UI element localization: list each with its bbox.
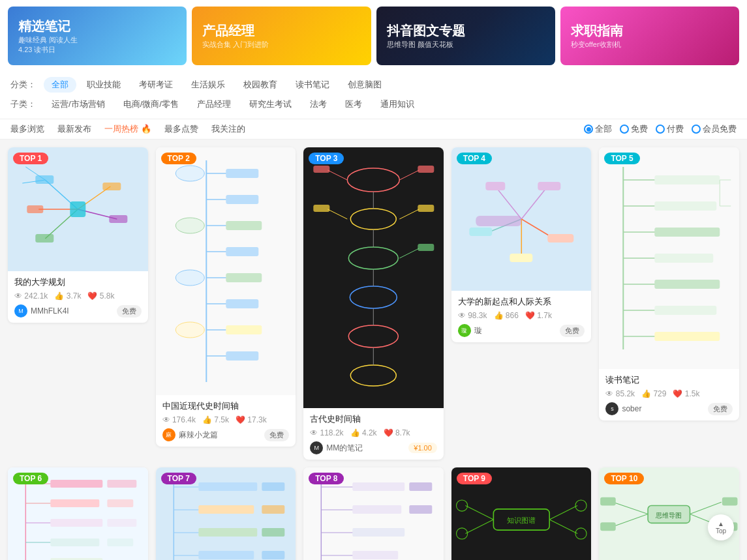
- subfilter-ecommerce[interactable]: 电商/微商/零售: [115, 96, 187, 112]
- card-4-likes: 👍 866: [494, 311, 519, 320]
- svg-rect-122: [262, 482, 284, 491]
- card-2-image: TOP 2: [156, 147, 296, 395]
- sort-most-liked[interactable]: 最多点赞: [164, 123, 198, 135]
- svg-line-151: [690, 502, 722, 514]
- rank-badge-8: TOP 8: [309, 473, 344, 484]
- card-top-3[interactable]: TOP 3: [303, 147, 444, 460]
- subfilter-general[interactable]: 通用知识: [373, 96, 422, 112]
- radio-all[interactable]: 全部: [584, 123, 612, 135]
- svg-line-56: [521, 186, 547, 219]
- rank-badge-7: TOP 7: [161, 473, 196, 484]
- mindmap-svg-2: [156, 147, 296, 395]
- subfilter-pm[interactable]: 产品经理: [189, 96, 239, 112]
- svg-rect-132: [352, 505, 401, 514]
- card-1-title: 我的大学规划: [14, 276, 142, 288]
- card-4-stats: 👁 98.3k 👍 866 ❤️ 1.7k: [458, 311, 585, 320]
- banner-4[interactable]: 求职指南 秒变offer收割机: [560, 7, 739, 65]
- svg-rect-25: [226, 247, 258, 256]
- svg-rect-63: [469, 228, 492, 236]
- card-8-image: TOP 8: [303, 467, 444, 560]
- card-1-author-name: MMhFLK4I: [31, 306, 69, 316]
- svg-rect-80: [655, 332, 720, 341]
- card-top-6[interactable]: TOP 6: [8, 467, 148, 560]
- price-filter: 全部 免费 付费 会员免费: [584, 123, 737, 135]
- svg-rect-78: [655, 280, 720, 289]
- card-3-saves: ❤️ 8.7k: [384, 428, 410, 437]
- svg-rect-53: [313, 166, 329, 173]
- card-5-stats: 👁 85.2k 👍 729 ❤️ 1.5k: [605, 389, 733, 398]
- radio-paid[interactable]: 付费: [656, 123, 684, 135]
- svg-rect-54: [313, 205, 329, 212]
- sort-latest[interactable]: 最新发布: [57, 123, 91, 135]
- filter-reading[interactable]: 读书笔记: [288, 77, 337, 93]
- sort-weekly-hot[interactable]: 一周热榜 🔥: [104, 123, 151, 135]
- svg-rect-64: [547, 234, 573, 243]
- card-top-8[interactable]: TOP 8 学习笔记: [303, 467, 444, 560]
- sort-most-viewed[interactable]: 最多浏览: [10, 123, 44, 135]
- scroll-to-top-button[interactable]: ▲ Top: [708, 514, 734, 540]
- subfilter-graduate[interactable]: 研究生考试: [241, 96, 299, 112]
- svg-rect-10: [35, 234, 53, 243]
- subfilter-law[interactable]: 法考: [302, 96, 335, 112]
- svg-rect-28: [226, 325, 262, 334]
- filter-creative[interactable]: 创意脑图: [340, 77, 389, 93]
- card-5-saves: ❤️ 1.5k: [673, 389, 699, 398]
- filter-skill[interactable]: 职业技能: [79, 77, 129, 93]
- card-5-avatar: s: [605, 402, 618, 415]
- filter-education[interactable]: 校园教育: [236, 77, 285, 93]
- card-4-author: 璇 璇: [458, 324, 482, 337]
- banner-4-text: 求职指南 秒变offer收割机: [571, 22, 623, 50]
- rank-badge-1: TOP 1: [13, 153, 48, 164]
- card-3-views: 👁 118.2k: [310, 428, 343, 437]
- card-1-saves: ❤️ 5.8k: [87, 291, 114, 301]
- card-4-price: 免费: [560, 325, 585, 337]
- banner-1[interactable]: 精选笔记 趣味经典 阅读人生 4.23 读书日: [8, 7, 187, 65]
- svg-rect-77: [655, 254, 714, 263]
- radio-member-free[interactable]: 会员免费: [692, 123, 737, 135]
- filter-entertainment[interactable]: 生活娱乐: [183, 77, 233, 93]
- card-top-2[interactable]: TOP 2: [156, 147, 296, 447]
- rank-badge-2: TOP 2: [161, 153, 196, 164]
- filter-all[interactable]: 全部: [44, 77, 76, 93]
- mindmap-svg-5: [599, 147, 739, 369]
- card-1-views: 👁 242.1k: [14, 291, 48, 301]
- svg-rect-65: [510, 254, 532, 262]
- card-3-avatar: M: [310, 441, 323, 454]
- svg-rect-23: [226, 195, 258, 204]
- sort-following[interactable]: 我关注的: [211, 123, 245, 135]
- card-5-title: 读书笔记: [605, 374, 733, 386]
- card-2-price: 免费: [264, 429, 289, 441]
- card-top-9[interactable]: TOP 9 知识图谱 知识图谱: [451, 467, 592, 560]
- svg-line-47: [399, 248, 419, 258]
- svg-point-37: [350, 286, 397, 308]
- card-3-title: 古代史时间轴: [310, 413, 437, 425]
- svg-rect-49: [418, 205, 434, 212]
- card-3-footer: M MM的笔记 ¥1.00: [310, 441, 437, 454]
- svg-rect-94: [50, 480, 102, 488]
- radio-dot-paid: [656, 125, 665, 134]
- filter-exam[interactable]: 考研考证: [131, 77, 181, 93]
- card-top-10[interactable]: TOP 10 思维导图 思维导图: [599, 467, 739, 560]
- svg-rect-117: [198, 528, 257, 537]
- card-top-4[interactable]: TOP 4 大学的新起点和人际关系 👁: [451, 147, 592, 342]
- card-5-views: 👁 85.2k: [605, 389, 635, 398]
- svg-point-35: [350, 209, 396, 229]
- svg-rect-27: [226, 299, 258, 308]
- card-top-5[interactable]: TOP 5: [599, 147, 739, 420]
- svg-rect-61: [485, 182, 505, 190]
- banner-3[interactable]: 抖音图文专题 思维导图 颜值天花板: [376, 7, 555, 65]
- card-3-info: 古代史时间轴 👁 118.2k 👍 4.2k ❤️ 8.7k M MM的笔记 ¥…: [303, 408, 444, 460]
- subfilter-medical[interactable]: 医考: [337, 96, 370, 112]
- card-top-7[interactable]: TOP 7: [156, 467, 296, 560]
- svg-line-139: [465, 506, 493, 520]
- radio-free[interactable]: 免费: [620, 123, 648, 135]
- svg-rect-134: [352, 551, 398, 559]
- banner-2[interactable]: 产品经理 实战合集 入门到进阶: [192, 7, 371, 65]
- svg-point-34: [347, 168, 399, 192]
- card-1-image: TOP 1: [8, 147, 148, 271]
- banner-3-text: 抖音图文专题 思维导图 颜值天花板: [387, 22, 465, 50]
- subfilter-marketing[interactable]: 运营/市场营销: [44, 96, 113, 112]
- svg-rect-125: [262, 551, 284, 559]
- card-top-1[interactable]: TOP 1 我的大学规划: [8, 147, 148, 323]
- svg-line-52: [328, 209, 347, 219]
